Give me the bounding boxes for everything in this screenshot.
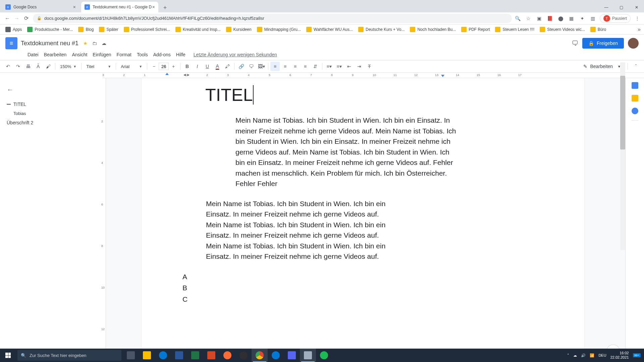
italic-button[interactable]: I: [193, 62, 202, 71]
menu-icon[interactable]: ⋮: [633, 14, 641, 22]
font-size-input[interactable]: [159, 63, 169, 70]
docs-logo-icon[interactable]: ≡: [5, 37, 17, 49]
list-item[interactable]: B: [182, 282, 564, 294]
horizontal-ruler[interactable]: ◄► 3211234567891011121314151617: [102, 73, 644, 78]
notifications-button[interactable]: 99+: [633, 353, 641, 357]
bookmark-item[interactable]: Blog: [76, 25, 96, 34]
start-button[interactable]: [0, 349, 16, 362]
document-title[interactable]: Textdokument neu #1: [21, 40, 78, 47]
keep-icon[interactable]: [632, 95, 638, 102]
extension-icon[interactable]: ▣: [535, 14, 543, 22]
extension-icon[interactable]: 📕: [546, 14, 554, 22]
network-icon[interactable]: 📶: [590, 353, 594, 358]
increase-font-size-button[interactable]: +: [169, 62, 178, 71]
back-button[interactable]: ←: [3, 14, 12, 23]
tasks-icon[interactable]: [632, 108, 638, 114]
last-change-link[interactable]: Letzte Änderung vor wenigen Sekunden: [192, 51, 279, 59]
extension-icon[interactable]: ▥: [589, 14, 597, 22]
tray-expand-button[interactable]: ˄: [567, 353, 569, 358]
menu-bearbeiten[interactable]: Bearbeiten: [42, 51, 69, 59]
highlight-button[interactable]: 🖍: [223, 62, 232, 71]
bookmark-item[interactable]: Büro: [588, 25, 608, 34]
browser-tab-0[interactable]: ≡ Google Docs ×: [2, 2, 79, 12]
paragraph-1[interactable]: Mein Name ist Tobias. Ich bin Student in…: [235, 115, 460, 189]
document-canvas[interactable]: 24681012 TITEL Mein Name ist Tobias. Ich…: [101, 78, 625, 362]
bookmark-item[interactable]: Professionell Schrei...: [122, 25, 172, 34]
print-button[interactable]: 🖶: [23, 62, 33, 71]
insert-link-button[interactable]: 🔗: [236, 62, 246, 71]
star-icon[interactable]: ☆: [525, 14, 533, 22]
bookmark-item[interactable]: Wahlfächer WU Aus...: [304, 25, 355, 34]
bookmark-item[interactable]: Steuern Lesen !!!!: [493, 25, 536, 34]
decrease-indent-button[interactable]: ⇤: [344, 62, 354, 71]
redo-button[interactable]: ↷: [13, 62, 23, 71]
paint-format-button[interactable]: 🖌: [44, 62, 53, 71]
zoom-icon[interactable]: 🔍: [514, 14, 522, 22]
language-indicator[interactable]: DEU: [598, 353, 606, 357]
bookmark-item[interactable]: Deutsche Kurs + Vo...: [356, 25, 407, 34]
edge-button[interactable]: [268, 349, 284, 362]
bookmark-item[interactable]: Noch hochladen Bu...: [408, 25, 458, 34]
bookmark-item[interactable]: Steuern Videos wic...: [538, 25, 587, 34]
align-right-button[interactable]: ≡: [290, 62, 300, 71]
windows-search-input[interactable]: 🔍 Zur Suche Text hier eingeben: [17, 350, 121, 361]
menu-add-ons[interactable]: Add-ons: [151, 51, 173, 59]
extension-icon[interactable]: ▦: [568, 14, 576, 22]
align-justify-button[interactable]: ≡: [301, 62, 310, 71]
menu-einfügen[interactable]: Einfügen: [91, 51, 113, 59]
outline-item[interactable]: Tobias: [4, 109, 97, 118]
collapse-toolbar-button[interactable]: ˆ: [631, 62, 641, 71]
excel-button[interactable]: [187, 349, 203, 362]
taskbar-clock[interactable]: 16:02 22.02.2021: [610, 351, 629, 360]
outline-item[interactable]: TITEL: [4, 100, 97, 109]
bookmark-item[interactable]: Kreativität und Insp...: [173, 25, 223, 34]
browser-tab-1[interactable]: ≡ Textdokument neu #1 - Google D ×: [81, 2, 158, 12]
minimize-button[interactable]: —: [599, 2, 614, 12]
undo-button[interactable]: ↶: [3, 62, 13, 71]
comments-icon[interactable]: 🗨: [572, 40, 578, 47]
obs-button[interactable]: [235, 349, 252, 362]
paragraph-style-select[interactable]: Titel▼: [84, 62, 114, 71]
page-1[interactable]: TITEL Mein Name ist Tobias. Ich bin Stud…: [142, 78, 584, 362]
extension-icon[interactable]: ✦: [578, 14, 586, 22]
scrollbar-thumb[interactable]: [620, 76, 625, 149]
app-button[interactable]: [219, 349, 235, 362]
decrease-font-size-button[interactable]: −: [149, 62, 159, 71]
share-button[interactable]: 🔒 Freigeben: [582, 38, 624, 49]
font-family-select[interactable]: Arial▼: [118, 62, 145, 71]
document-heading-title[interactable]: TITEL: [162, 78, 564, 115]
word-button[interactable]: [171, 349, 187, 362]
bookmark-item[interactable]: Apps: [3, 25, 24, 34]
align-left-button[interactable]: ≡: [270, 62, 280, 71]
task-view-button[interactable]: [123, 349, 139, 362]
list-block[interactable]: ABC: [182, 271, 564, 305]
first-line-indent-icon[interactable]: [165, 73, 169, 75]
list-item[interactable]: A: [182, 271, 564, 283]
menu-datei[interactable]: Datei: [25, 51, 41, 59]
close-icon[interactable]: ×: [73, 4, 76, 10]
bold-button[interactable]: B: [182, 62, 192, 71]
menu-hilfe[interactable]: Hilfe: [174, 51, 187, 59]
bookmark-item[interactable]: Kursideen: [224, 25, 254, 34]
list-item[interactable]: C: [182, 294, 564, 305]
chrome-button[interactable]: [252, 349, 268, 362]
editing-mode-select[interactable]: ✎ Bearbeiten ▼: [580, 62, 624, 70]
bulleted-list-button[interactable]: ≡▾: [334, 62, 344, 71]
bookmark-item[interactable]: Später: [97, 25, 120, 34]
bookmark-item[interactable]: PDF Report: [459, 25, 492, 34]
account-avatar[interactable]: [628, 38, 639, 49]
underline-button[interactable]: U: [203, 62, 212, 71]
move-icon[interactable]: 🗀: [91, 40, 98, 47]
cloud-saved-icon[interactable]: ☁: [101, 40, 107, 47]
menu-ansicht[interactable]: Ansicht: [70, 51, 89, 59]
powerpoint-button[interactable]: [203, 349, 219, 362]
edge-legacy-button[interactable]: [155, 349, 171, 362]
line-spacing-button[interactable]: ⇵: [311, 62, 320, 71]
forward-button[interactable]: →: [12, 14, 21, 23]
star-icon[interactable]: ★: [82, 40, 89, 47]
url-input[interactable]: 🔒 docs.google.com/document/d/1hUH8k6h7Lb…: [33, 14, 512, 23]
extension-icon[interactable]: ⬤: [557, 14, 565, 22]
bookmark-item[interactable]: Produktsuche - Mer...: [25, 25, 75, 34]
close-icon[interactable]: ×: [152, 4, 155, 10]
outline-item[interactable]: Überschrift 2: [4, 118, 97, 127]
